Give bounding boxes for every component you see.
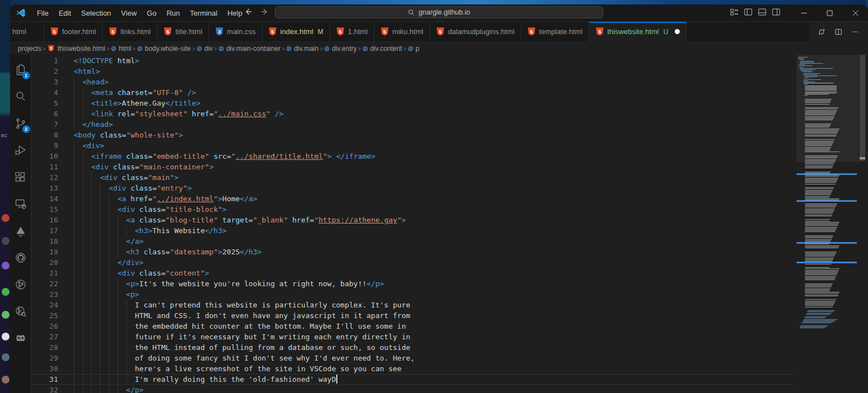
line-number[interactable]: 12 [31, 172, 58, 183]
code-line[interactable]: 21<div class="content"> [31, 268, 797, 278]
breadcrumb-item-div[interactable]: ⊘div [197, 45, 213, 53]
toggle-panel-icon[interactable] [757, 7, 767, 19]
code-line[interactable]: 30here's a live screenshot of the site i… [31, 363, 797, 374]
tab-thiswebsite.html[interactable]: 5thiswebsite.htmlU [589, 22, 686, 41]
breadcrumb-item-div.main[interactable]: ⊘div.main [286, 45, 318, 53]
breadcrumb-item-div.entry[interactable]: ⊘div.entry [324, 45, 357, 53]
breadcrumb-item-projects[interactable]: projects [18, 45, 41, 53]
code-line[interactable]: 17<h3>This Website</h3> [31, 225, 797, 236]
nav-back-button[interactable] [244, 7, 252, 18]
code-line[interactable]: 5<title>Athene.Gay</title> [31, 98, 797, 108]
customize-layout-icon[interactable] [729, 7, 739, 19]
tab-template.html[interactable]: 5template.html [521, 22, 589, 41]
code-line[interactable]: 11<div class="main-container"> [31, 162, 797, 172]
menu-item-edit[interactable]: Edit [54, 7, 75, 19]
menu-item-selection[interactable]: Selection [77, 7, 115, 19]
tab-links.html[interactable]: 5links.html [103, 22, 158, 41]
code-line[interactable]: 16<a class="blog-title" target="_blank" … [31, 215, 797, 225]
close-button[interactable] [842, 4, 868, 21]
maximize-button[interactable] [817, 4, 842, 21]
command-center[interactable]: gnargle.github.io [275, 6, 603, 18]
tab-footer.html[interactable]: 5footer.html [44, 22, 103, 41]
activity-bar-godot-tools-icon[interactable] [12, 329, 30, 348]
open-changes-icon[interactable] [814, 25, 829, 39]
line-number[interactable]: 1 [31, 55, 58, 66]
line-number[interactable]: 10 [31, 151, 58, 162]
code-line[interactable]: 7</head> [31, 119, 797, 130]
scrollbar-thumb[interactable] [860, 55, 865, 161]
line-number[interactable]: 18 [31, 236, 58, 247]
code-line[interactable]: 12<div class="main"> [31, 172, 797, 183]
activity-bar-source-control-icon[interactable]: 2 [12, 114, 30, 133]
line-number[interactable]: 3 [31, 77, 58, 87]
line-number[interactable]: 27 [31, 332, 58, 342]
code-line[interactable]: 4<meta charset="UTF-8" /> [31, 87, 797, 98]
breadcrumb-item-html[interactable]: ⊘html [111, 45, 131, 53]
line-number[interactable]: 31 [31, 374, 58, 385]
line-number[interactable]: 29 [31, 353, 58, 363]
line-number[interactable]: 9 [31, 140, 58, 151]
line-number[interactable]: 15 [31, 204, 58, 215]
code-line[interactable]: 20</div> [31, 257, 797, 268]
code-line[interactable]: 1<!DOCTYPE html> [31, 55, 797, 66]
code-line[interactable]: 15<div class="title-block"> [31, 204, 797, 215]
code-line[interactable]: 2<html> [31, 66, 797, 77]
menu-item-go[interactable]: Go [142, 7, 161, 19]
breadcrumb-item-p[interactable]: ⊘p [408, 45, 419, 53]
minimap[interactable] [797, 55, 859, 393]
menu-item-terminal[interactable]: Terminal [185, 7, 222, 19]
tab-main.css[interactable]: 3main.css [209, 22, 262, 41]
activity-bar-run-and-debug-icon[interactable] [12, 141, 30, 160]
nav-forward-button[interactable] [260, 7, 269, 18]
line-number[interactable]: 32 [31, 385, 58, 393]
toggle-secondary-sidebar-icon[interactable] [771, 7, 781, 19]
code-line[interactable]: 6<link rel="stylesheet" href="../main.cs… [31, 108, 797, 119]
menu-item-view[interactable]: View [117, 7, 141, 19]
menu-item-run[interactable]: Run [162, 7, 184, 19]
code-line[interactable]: 25HTML and CSS. I don't even have any ja… [31, 310, 797, 321]
code-editor[interactable]: 1<!DOCTYPE html>2<html>3<head>4<meta cha… [31, 55, 868, 393]
breadcrumb-item-div.content[interactable]: ⊘div.content [363, 45, 402, 53]
vertical-scrollbar[interactable] [859, 55, 866, 393]
activity-bar-extensions-icon[interactable] [12, 168, 30, 187]
line-number[interactable]: 2 [31, 66, 58, 77]
activity-bar-explorer-icon[interactable]: 1 [12, 60, 30, 79]
line-number[interactable]: 16 [31, 215, 58, 225]
tab-title.html[interactable]: 5title.html [158, 22, 209, 41]
code-line[interactable]: 26the embedded hit counter at the bottom… [31, 321, 797, 332]
line-number[interactable]: 30 [31, 363, 58, 374]
code-line[interactable]: 29of doing some fancy shit I don't see w… [31, 353, 797, 363]
code-line[interactable]: 9<div> [31, 140, 797, 151]
code-line[interactable]: 23<p> [31, 289, 797, 300]
code-line[interactable]: 24I can't pretend this website is partic… [31, 300, 797, 310]
menu-item-file[interactable]: File [32, 7, 53, 19]
activity-bar-remote-explorer-icon[interactable] [12, 195, 30, 214]
code-line[interactable]: 8<body class="whole-site"> [31, 130, 797, 140]
code-line[interactable]: 27future if it's necessary but I'm writi… [31, 332, 797, 342]
line-number[interactable]: 28 [31, 342, 58, 353]
toggle-primary-sidebar-icon[interactable] [743, 7, 753, 19]
line-number[interactable]: 24 [31, 300, 58, 310]
tab-index.html[interactable]: 5index.htmlM [263, 22, 330, 41]
line-number[interactable]: 14 [31, 193, 58, 204]
activity-bar-triangle-a-extension-icon[interactable] [12, 221, 30, 240]
line-number[interactable]: 21 [31, 268, 58, 278]
code-line[interactable]: 19<h3 class="datestamp">2025</h3> [31, 247, 797, 257]
line-number[interactable]: 22 [31, 278, 58, 289]
line-number[interactable]: 25 [31, 310, 58, 321]
activity-bar-gitlens-icon[interactable] [12, 275, 30, 294]
tab-dalamudplugins.html[interactable]: 5dalamudplugins.html [430, 22, 521, 41]
code-line[interactable]: 22<p>It's the website you're looking at … [31, 278, 797, 289]
line-number[interactable]: 17 [31, 225, 58, 236]
line-number[interactable]: 26 [31, 321, 58, 332]
breadcrumb-item-thiswebsite.html[interactable]: 5thiswebsite.html [47, 44, 105, 53]
minimize-button[interactable] [791, 4, 817, 21]
line-number[interactable]: 19 [31, 247, 58, 257]
code-line[interactable]: 3<head> [31, 77, 797, 87]
line-number[interactable]: 4 [31, 87, 58, 98]
line-number[interactable]: 20 [31, 257, 58, 268]
code-line[interactable]: 31I'm really doing this the 'old-fashion… [31, 374, 797, 385]
breadcrumb-item-body.whole-site[interactable]: ⊘body.whole-site [137, 45, 191, 53]
code-line[interactable]: 10<iframe class="embed-title" src="../sh… [31, 151, 797, 162]
line-number[interactable]: 11 [31, 162, 58, 172]
